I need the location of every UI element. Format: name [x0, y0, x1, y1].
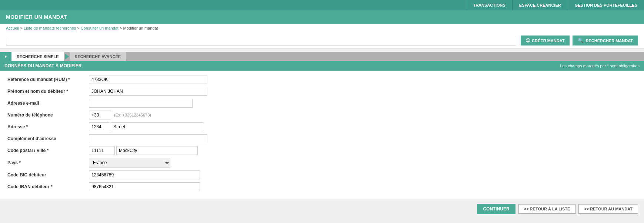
- breadcrumb-current: Modifier un mandat: [123, 26, 158, 30]
- telephone-hint: (Ex: +33612345678): [114, 113, 151, 117]
- debiteur-input[interactable]: [89, 87, 207, 96]
- create-icon: ➀: [526, 38, 530, 43]
- page-title: MODIFIER UN MANDAT: [6, 14, 638, 20]
- telephone-row: Numéro de téléphone (Ex: +33612345678): [7, 111, 637, 119]
- tab-arrow-icon: [65, 54, 69, 60]
- nav-transactions[interactable]: TRANSACTIONS: [466, 0, 512, 10]
- required-note: Les champs marqués par * sont obligatoir…: [560, 64, 640, 68]
- top-navigation: TRANSACTIONS ESPACE CRÉANCIER GESTION DE…: [0, 0, 644, 10]
- tab-recherche-simple[interactable]: RECHERCHE SIMPLE: [11, 52, 64, 61]
- breadcrumb-consulter[interactable]: Consulter un mandat: [81, 26, 119, 30]
- ville-field: [89, 146, 637, 155]
- nav-espace-creancier[interactable]: ESPACE CRÉANCIER: [512, 0, 568, 10]
- search-input[interactable]: [6, 36, 516, 45]
- recherche-tabs: ▼ RECHERCHE SIMPLE RECHERCHE AVANCÉE: [0, 52, 644, 61]
- rechercher-mandat-button[interactable]: 🔍 RECHERCHER MANDAT: [573, 36, 638, 45]
- nav-gestion-portefeuilles[interactable]: GESTION DES PORTEFEUILLES: [568, 0, 644, 10]
- email-input[interactable]: [89, 99, 193, 108]
- search-icon: 🔍: [578, 38, 584, 43]
- form-area: Référence du mandat (RUM) * Prénom et no…: [0, 71, 644, 199]
- retour-mandat-button[interactable]: << RETOUR AU MANDAT: [578, 204, 638, 214]
- data-section-header: DONNÉES DU MANDAT À MODIFIER Les champs …: [0, 61, 644, 71]
- tab-recherche-avancee[interactable]: RECHERCHE AVANCÉE: [70, 52, 126, 61]
- email-field-container: [89, 99, 637, 108]
- bic-row: Code BIC débiteur: [7, 170, 637, 179]
- breadcrumb: Accueil > Liste de mandats recherchés > …: [0, 24, 644, 33]
- rum-label: Référence du mandat (RUM) *: [7, 77, 89, 82]
- telephone-field: (Ex: +33612345678): [89, 111, 637, 119]
- adresse-number-input[interactable]: [89, 122, 109, 131]
- rum-field: [89, 75, 637, 84]
- adresse-label: Adresse *: [7, 124, 89, 129]
- data-section: DONNÉES DU MANDAT À MODIFIER Les champs …: [0, 61, 644, 199]
- city-input[interactable]: [116, 146, 198, 155]
- complement-field: [89, 134, 637, 143]
- debiteur-row: Prénom et nom du débiteur *: [7, 87, 637, 96]
- creer-mandat-button[interactable]: ➀ CRÉER MANDAT: [521, 36, 570, 45]
- data-section-title: DONNÉES DU MANDAT À MODIFIER: [4, 63, 81, 68]
- complement-label: Complément d'adresse: [7, 136, 89, 141]
- rum-input[interactable]: [89, 75, 207, 84]
- email-label: Adresse e-mail: [7, 101, 89, 106]
- iban-row: Code IBAN débiteur *: [7, 182, 637, 191]
- adresse-field: [89, 122, 637, 131]
- complement-row: Complément d'adresse: [7, 134, 637, 143]
- iban-label: Code IBAN débiteur *: [7, 184, 89, 189]
- adresse-street-input[interactable]: [111, 122, 203, 131]
- telephone-label: Numéro de téléphone: [7, 112, 89, 118]
- ville-label: Code postal / Ville *: [7, 148, 89, 153]
- telephone-prefix-input[interactable]: [89, 111, 111, 119]
- bic-label: Code BIC débiteur: [7, 172, 89, 178]
- pays-label: Pays *: [7, 160, 89, 165]
- debiteur-field: [89, 87, 637, 96]
- page-header: MODIFIER UN MANDAT: [0, 10, 644, 24]
- complement-input[interactable]: [89, 134, 207, 143]
- tab-toggle-button[interactable]: ▼: [0, 52, 11, 61]
- iban-field: [89, 182, 637, 191]
- pays-row: Pays * France Belgique Espagne Italie Al…: [7, 158, 637, 168]
- postal-input[interactable]: [89, 146, 115, 155]
- ville-row: Code postal / Ville *: [7, 146, 637, 155]
- footer-buttons: CONTINUER << RETOUR À LA LISTE << RETOUR…: [0, 199, 644, 219]
- pays-select[interactable]: France Belgique Espagne Italie Allemagne: [89, 158, 170, 168]
- rum-row: Référence du mandat (RUM) *: [7, 75, 637, 84]
- iban-input[interactable]: [89, 182, 200, 191]
- debiteur-label: Prénom et nom du débiteur *: [7, 89, 89, 94]
- breadcrumb-liste[interactable]: Liste de mandats recherchés: [24, 26, 76, 30]
- bic-field: [89, 170, 637, 179]
- retour-liste-button[interactable]: << RETOUR À LA LISTE: [518, 204, 576, 214]
- bic-input[interactable]: [89, 170, 200, 179]
- continuer-button[interactable]: CONTINUER: [477, 204, 515, 214]
- email-row: Adresse e-mail: [7, 99, 637, 108]
- breadcrumb-accueil[interactable]: Accueil: [6, 26, 19, 30]
- pays-field: France Belgique Espagne Italie Allemagne: [89, 158, 637, 168]
- adresse-row: Adresse *: [7, 122, 637, 131]
